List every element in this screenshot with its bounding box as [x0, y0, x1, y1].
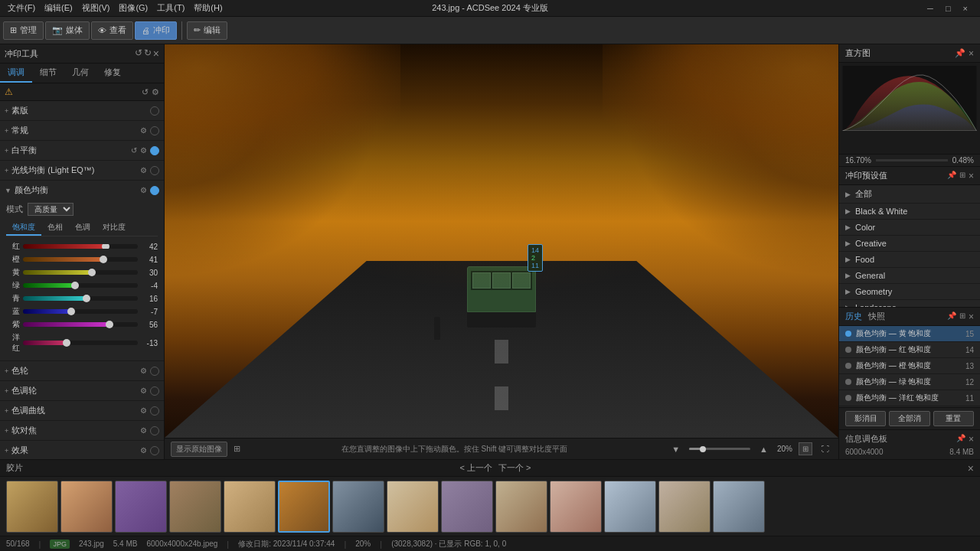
zoom-slider[interactable]	[689, 448, 750, 450]
history-close-icon[interactable]: ×	[969, 311, 974, 322]
thumb-13[interactable]	[658, 481, 710, 533]
lighteq-toggle[interactable]	[150, 166, 159, 175]
history-tab-snapshot[interactable]: 快照	[868, 311, 885, 322]
history-undo-btn[interactable]: 影消目	[845, 411, 886, 426]
menu-edit[interactable]: 编辑(E)	[40, 2, 77, 14]
preset-landscape[interactable]: ▶ Landscape	[839, 300, 980, 307]
minimize-btn[interactable]: ─	[923, 4, 938, 13]
panel-close-icon[interactable]: ×	[153, 47, 159, 60]
slider-green-track[interactable]	[23, 283, 138, 288]
slider-red-track[interactable]	[23, 244, 138, 249]
preset-all[interactable]: ▶ 全部	[839, 185, 980, 204]
section-suban-header[interactable]: + 素版	[0, 101, 164, 120]
section-lighteq-header[interactable]: + 光线均衡 (Light EQ™) ⚙	[0, 161, 164, 180]
normal-toggle[interactable]	[150, 126, 159, 135]
image-container[interactable]: 14 2 11	[165, 44, 838, 438]
panel-refresh-icon[interactable]: ↺	[135, 47, 142, 60]
close-btn[interactable]: ×	[959, 4, 972, 13]
slider-orange-track[interactable]	[23, 257, 138, 262]
fit-btn[interactable]: ⊞	[799, 442, 812, 455]
thumb-6-active[interactable]	[278, 481, 330, 533]
preset-expand-icon[interactable]: ⊞	[959, 171, 965, 181]
cc-settings-icon[interactable]: ⚙	[140, 406, 147, 416]
history-expand-icon[interactable]: ⊞	[959, 311, 965, 322]
tab-tune[interactable]: 调调	[0, 64, 32, 83]
history-item-0[interactable]: 颜色均衡 — 黄 饱和度 15	[839, 326, 980, 342]
menu-file[interactable]: 文件(F)	[3, 2, 40, 14]
history-tab-history[interactable]: 历史	[845, 311, 862, 322]
section-colorwheel-header[interactable]: + 色轮 ⚙	[0, 361, 164, 380]
eff-toggle[interactable]	[150, 446, 159, 455]
menu-tools[interactable]: 工具(T)	[152, 2, 189, 14]
subtab-saturation[interactable]: 饱和度	[6, 220, 41, 236]
thumb-1[interactable]	[6, 481, 58, 533]
section-sf-header[interactable]: + 软对焦 ⚙	[0, 421, 164, 440]
thumb-10[interactable]	[495, 481, 547, 533]
cb-settings-icon[interactable]: ⚙	[140, 186, 147, 195]
section-ctw-header[interactable]: + 色调轮 ⚙	[0, 381, 164, 400]
wb-toggle[interactable]	[150, 146, 159, 155]
eff-settings-icon[interactable]: ⚙	[140, 446, 147, 455]
cb-toggle[interactable]	[150, 186, 159, 195]
thumb-12[interactable]	[604, 481, 656, 533]
subtab-hue[interactable]: 色相	[41, 220, 69, 236]
normal-settings-icon[interactable]: ⚙	[140, 126, 147, 135]
preset-food[interactable]: ▶ Food	[839, 252, 980, 268]
show-original-btn[interactable]: 显示原始图像	[171, 442, 227, 457]
history-item-3[interactable]: 颜色均衡 — 绿 饱和度 12	[839, 374, 980, 390]
thumb-2[interactable]	[60, 481, 113, 533]
zoom-up-btn[interactable]: ▲	[756, 443, 771, 455]
ctw-toggle[interactable]	[150, 386, 159, 396]
info-pin-icon[interactable]: 📌	[956, 434, 965, 445]
cw-toggle[interactable]	[150, 367, 159, 376]
preset-geometry[interactable]: ▶ Geometry	[839, 284, 980, 300]
settings-icon[interactable]: ⚙	[152, 87, 159, 97]
tab-repair[interactable]: 修复	[96, 64, 129, 83]
toolbar-manage-btn[interactable]: ⊞ 管理	[3, 21, 44, 40]
preset-pin-icon[interactable]: 📌	[947, 171, 956, 181]
slider-purple-track[interactable]	[23, 322, 138, 327]
maximize-btn[interactable]: □	[941, 4, 956, 13]
preset-creative[interactable]: ▶ Creative	[839, 236, 980, 252]
thumb-3[interactable]	[115, 481, 167, 533]
preset-close-icon[interactable]: ×	[969, 171, 974, 181]
suban-toggle[interactable]	[150, 106, 159, 116]
info-close-icon[interactable]: ×	[969, 434, 974, 445]
filmstrip-next-btn[interactable]: 下一个 >	[498, 462, 531, 474]
thumb-8[interactable]	[387, 481, 439, 533]
menu-view[interactable]: 视图(V)	[77, 2, 115, 14]
slider-pinkred-track[interactable]	[23, 341, 138, 345]
sf-settings-icon[interactable]: ⚙	[140, 426, 147, 435]
menu-help[interactable]: 帮助(H)	[189, 2, 227, 14]
zoom-down-btn[interactable]: ▼	[668, 443, 683, 455]
preset-general[interactable]: ▶ General	[839, 268, 980, 284]
expand-icon[interactable]: ⊞	[234, 444, 240, 454]
thumb-9[interactable]	[441, 481, 493, 533]
history-item-2[interactable]: 颜色均衡 — 橙 饱和度 13	[839, 358, 980, 374]
history-item-1[interactable]: 颜色均衡 — 红 饱和度 14	[839, 342, 980, 358]
toolbar-view-btn[interactable]: 👁 查看	[91, 21, 133, 40]
slider-blue-track[interactable]	[23, 309, 138, 314]
section-wb-header[interactable]: + 白平衡 ↺ ⚙	[0, 141, 164, 160]
cw-settings-icon[interactable]: ⚙	[140, 367, 147, 376]
slider-cyan-track[interactable]	[23, 296, 138, 301]
preset-bw[interactable]: ▶ Black & White	[839, 204, 980, 220]
tab-detail[interactable]: 细节	[32, 64, 64, 83]
thumb-11[interactable]	[550, 481, 602, 533]
wb-settings-icon[interactable]: ⚙	[140, 146, 147, 155]
thumb-5[interactable]	[224, 481, 276, 533]
menu-image[interactable]: 图像(G)	[114, 2, 152, 14]
slider-yellow-track[interactable]	[23, 270, 138, 275]
section-normal-header[interactable]: + 常规 ⚙	[0, 121, 164, 140]
tab-geometry[interactable]: 几何	[64, 64, 96, 83]
reset-icon[interactable]: ↺	[142, 87, 149, 97]
history-reset-btn[interactable]: 重置	[933, 411, 974, 426]
history-pin-icon[interactable]: 📌	[947, 311, 956, 322]
filmstrip-prev-btn[interactable]: < 上一个	[459, 462, 492, 474]
thumb-4[interactable]	[169, 481, 221, 533]
lighteq-settings-icon[interactable]: ⚙	[140, 166, 147, 175]
toolbar-edit-btn[interactable]: ✏ 编辑	[187, 21, 227, 40]
panel-refresh2-icon[interactable]: ↻	[144, 47, 152, 60]
cc-toggle[interactable]	[150, 406, 159, 416]
section-eff-header[interactable]: + 效果 ⚙	[0, 441, 164, 459]
